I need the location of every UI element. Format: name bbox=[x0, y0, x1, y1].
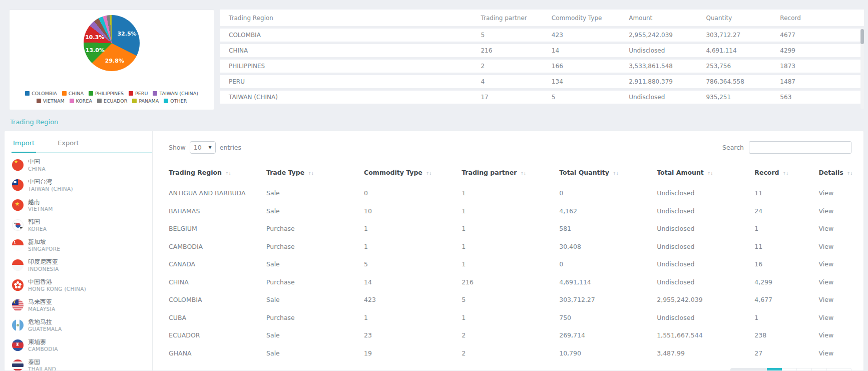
column-header-commodity-type[interactable]: Commodity Type↑↓ bbox=[364, 166, 462, 184]
cell: 303,712.27 bbox=[559, 291, 657, 309]
summary-cell: 5 bbox=[478, 29, 548, 42]
country-item[interactable]: 泰国THAILAND bbox=[12, 359, 152, 371]
summary-cell: 423 bbox=[549, 29, 626, 42]
sort-icon[interactable]: ↑↓ bbox=[613, 171, 618, 176]
country-item[interactable]: 中国台湾TAIWAN (CHINA) bbox=[12, 179, 152, 191]
country-item[interactable]: 韩国KOREA bbox=[12, 219, 152, 231]
flag-cn-icon bbox=[12, 159, 24, 171]
cell-link[interactable]: 1 bbox=[364, 309, 462, 327]
cell-link[interactable]: 14 bbox=[364, 273, 462, 291]
flag-tw-icon bbox=[12, 179, 24, 191]
legend-label: KOREA bbox=[76, 98, 92, 104]
cell-link[interactable]: 2 bbox=[462, 326, 559, 344]
page-button-1[interactable]: 1 bbox=[767, 368, 782, 371]
tab-export[interactable]: Export bbox=[56, 139, 81, 152]
view-link[interactable]: View bbox=[818, 202, 851, 220]
country-item[interactable]: 中国香港HONG KONG (CHINA) bbox=[12, 279, 152, 291]
summary-scrollbar[interactable] bbox=[860, 28, 864, 109]
country-item[interactable]: 新加坡SINGAPORE bbox=[12, 239, 152, 251]
table-row: ANTIGUA AND BARBUDASale010Undisclosed11V… bbox=[169, 184, 851, 202]
cell: 4,691,114 bbox=[559, 273, 657, 291]
view-link[interactable]: View bbox=[818, 326, 851, 344]
column-header-trading-partner[interactable]: Trading partner↑↓ bbox=[462, 166, 559, 184]
tab-import[interactable]: Import bbox=[12, 139, 36, 153]
country-item[interactable]: 危地马拉GUATEMALA bbox=[12, 319, 152, 331]
view-link[interactable]: View bbox=[818, 344, 851, 362]
legend-item: PERU bbox=[129, 91, 148, 96]
cell-link[interactable]: 1 bbox=[462, 309, 559, 327]
cell-link[interactable]: 1 bbox=[462, 238, 559, 256]
cell-link[interactable]: 5 bbox=[364, 255, 462, 273]
country-native-name: 印度尼西亚 bbox=[28, 259, 59, 265]
country-item[interactable]: 印度尼西亚INDONESIA bbox=[12, 259, 152, 271]
page-button-2[interactable]: 2 bbox=[782, 368, 797, 371]
country-item[interactable]: 柬埔寨CAMBODIA bbox=[12, 339, 152, 351]
view-link[interactable]: View bbox=[818, 273, 851, 291]
section-title[interactable]: Trading Region bbox=[10, 118, 58, 126]
legend-item: CHINA bbox=[62, 91, 84, 96]
summary-cell: CHINA bbox=[220, 44, 478, 57]
view-link[interactable]: View bbox=[818, 255, 851, 273]
cell-link[interactable]: 423 bbox=[364, 291, 462, 309]
view-link[interactable]: View bbox=[818, 309, 851, 327]
country-item[interactable]: 越南VIETNAM bbox=[12, 199, 152, 211]
cell-link[interactable]: 216 bbox=[462, 273, 559, 291]
legend-color-swatch bbox=[37, 99, 41, 103]
sort-icon[interactable]: ↑↓ bbox=[707, 171, 713, 176]
pagination: Previous1234Next bbox=[730, 368, 851, 371]
column-header-trading-region[interactable]: Trading Region↑↓ bbox=[169, 166, 266, 184]
legend-item: OTHER bbox=[164, 98, 187, 104]
cell-link[interactable]: 1 bbox=[364, 238, 462, 256]
summary-cell: 1873 bbox=[777, 60, 864, 73]
page-size-select[interactable]: 10 ▼ bbox=[190, 141, 216, 154]
country-item[interactable]: 马来西亚MALAYSIA bbox=[12, 299, 152, 311]
page-button-previous[interactable]: Previous bbox=[730, 368, 767, 371]
summary-cell: 134 bbox=[549, 75, 626, 88]
sort-icon[interactable]: ↑↓ bbox=[520, 171, 526, 176]
view-link[interactable]: View bbox=[818, 291, 851, 309]
cell-link[interactable]: 1 bbox=[462, 255, 559, 273]
cell-link[interactable]: 1 bbox=[462, 184, 559, 202]
scrollbar-thumb[interactable] bbox=[860, 29, 864, 44]
cell-link[interactable]: 5 bbox=[462, 291, 559, 309]
cell-link[interactable]: 1 bbox=[462, 202, 559, 220]
column-header-total-quantity[interactable]: Total Quantity↑↓ bbox=[559, 166, 657, 184]
view-link[interactable]: View bbox=[818, 184, 851, 202]
cell-link[interactable]: 1 bbox=[462, 220, 559, 238]
column-header-details[interactable]: Details↑↓ bbox=[818, 166, 851, 184]
page-button-3[interactable]: 3 bbox=[797, 368, 812, 371]
view-link[interactable]: View bbox=[818, 220, 851, 238]
import-export-tabs: ImportExport bbox=[12, 131, 152, 153]
sort-icon[interactable]: ↑↓ bbox=[783, 171, 788, 176]
legend-color-swatch bbox=[89, 91, 93, 96]
column-header-total-amount[interactable]: Total Amount↑↓ bbox=[657, 166, 754, 184]
sort-icon[interactable]: ↑↓ bbox=[847, 171, 852, 176]
cell: 4,677 bbox=[754, 291, 818, 309]
sort-icon[interactable]: ↑↓ bbox=[225, 171, 231, 176]
sort-icon[interactable]: ↑↓ bbox=[426, 171, 431, 176]
top-row: 32.5%29.8%13.0%10.3% COLOMBIACHINAPHILIP… bbox=[9, 10, 864, 110]
cell-link[interactable]: 23 bbox=[364, 326, 462, 344]
cell-link[interactable]: 0 bbox=[364, 184, 462, 202]
column-header-trade-type[interactable]: Trade Type↑↓ bbox=[266, 166, 364, 184]
legend-label: OTHER bbox=[170, 98, 187, 104]
page-button-next[interactable]: Next bbox=[827, 368, 851, 371]
cell-link[interactable]: 19 bbox=[364, 344, 462, 362]
search-input[interactable] bbox=[749, 141, 851, 154]
pie-slice-label: 29.8% bbox=[105, 58, 124, 64]
page-size-control: Show 10 ▼ entries bbox=[169, 141, 241, 154]
view-link[interactable]: View bbox=[818, 238, 851, 256]
cell-link[interactable]: 1 bbox=[364, 220, 462, 238]
sort-icon[interactable]: ↑↓ bbox=[308, 171, 313, 176]
cell-link[interactable]: 10 bbox=[364, 202, 462, 220]
legend-label: PHILIPPINES bbox=[95, 91, 124, 96]
summary-table: Trading RegionTrading partnerCommodity T… bbox=[220, 7, 864, 106]
cell-link[interactable]: 2 bbox=[462, 344, 559, 362]
country-item[interactable]: 中国CHINA bbox=[12, 159, 152, 171]
legend-color-swatch bbox=[132, 99, 137, 103]
country-names: 柬埔寨CAMBODIA bbox=[28, 339, 58, 352]
page-button-4[interactable]: 4 bbox=[812, 368, 827, 371]
flag-my-icon bbox=[12, 299, 24, 311]
column-header-record[interactable]: Record↑↓ bbox=[754, 166, 818, 184]
country-english-name: KOREA bbox=[28, 226, 47, 232]
